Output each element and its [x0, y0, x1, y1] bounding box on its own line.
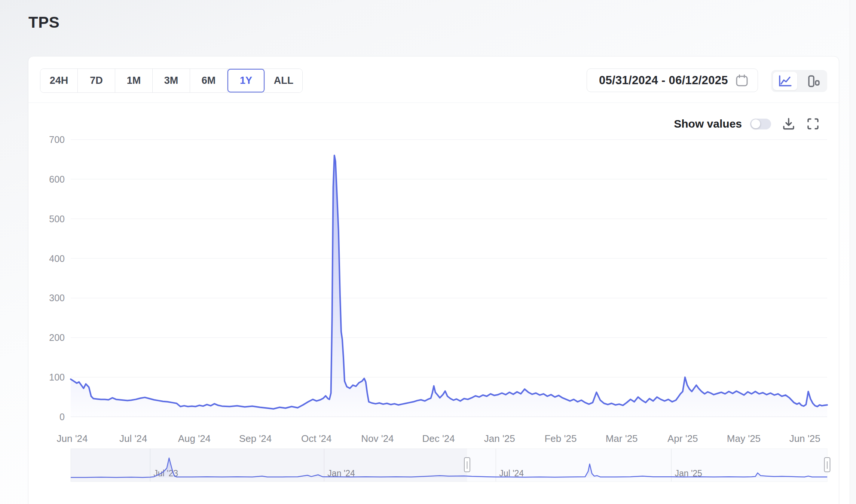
x-axis-label: May '25	[727, 433, 761, 444]
area-fill	[71, 155, 827, 417]
x-axis-label: Aug '24	[178, 433, 211, 444]
y-axis-tick: 700	[49, 134, 65, 145]
x-axis-label: Nov '24	[361, 433, 394, 444]
chart-card: 24H 7D 1M 3M 6M 1Y ALL 05/31/2024 - 06/1…	[28, 56, 839, 504]
chart-type-line-button[interactable]	[773, 72, 797, 90]
x-axis-label: Jun '24	[57, 433, 88, 444]
range-button-3m[interactable]: 3M	[153, 69, 190, 92]
y-axis-tick: 300	[49, 293, 65, 303]
range-button-6m[interactable]: 6M	[190, 69, 227, 92]
y-axis-tick: 200	[49, 332, 65, 343]
y-axis-tick: 0	[59, 412, 65, 422]
range-button-all[interactable]: ALL	[265, 69, 302, 92]
y-axis-tick: 100	[49, 372, 65, 382]
range-button-24h[interactable]: 24H	[40, 69, 78, 92]
x-axis-label: Dec '24	[422, 433, 455, 444]
scrollbar[interactable]	[850, 0, 856, 504]
x-axis-label: Mar '25	[606, 433, 638, 444]
x-axis-label: Jan '25	[484, 433, 515, 444]
chart-canvas[interactable]: 0100200300400500600700Jun '24Jul '24Aug …	[30, 109, 838, 504]
y-axis-tick: 600	[49, 174, 65, 184]
range-button-1m[interactable]: 1M	[115, 69, 153, 92]
chart-controls-row: 24H 7D 1M 3M 6M 1Y ALL 05/31/2024 - 06/1…	[28, 56, 839, 103]
date-range-value: 05/31/2024 - 06/12/2025	[599, 74, 728, 87]
header-divider	[28, 103, 839, 103]
line-chart-icon	[778, 75, 792, 88]
brush-handle-left[interactable]	[464, 458, 470, 472]
navigator-unselected-region	[71, 449, 467, 482]
y-axis-tick: 500	[49, 214, 65, 224]
tps-line-series	[71, 155, 827, 409]
navigator[interactable]: Jul '23Jan '24Jul '24Jan '25	[71, 449, 830, 482]
x-axis-label: Apr '25	[667, 433, 698, 444]
y-axis-tick: 400	[49, 253, 65, 264]
range-button-1y[interactable]: 1Y	[227, 69, 265, 92]
x-axis-label: Sep '24	[239, 433, 272, 444]
range-button-7d[interactable]: 7D	[78, 69, 115, 92]
chart-type-toggle	[771, 70, 827, 92]
x-axis-label: Oct '24	[301, 433, 332, 444]
date-range-picker[interactable]: 05/31/2024 - 06/12/2025	[587, 68, 758, 92]
bar-chart-icon	[806, 74, 821, 88]
x-axis-label: Feb '25	[544, 433, 577, 444]
x-axis-label: Jun '25	[789, 433, 820, 444]
brush-handle-right[interactable]	[825, 458, 830, 472]
time-range-group: 24H 7D 1M 3M 6M 1Y ALL	[40, 68, 303, 93]
x-axis-label: Jul '24	[119, 433, 147, 444]
calendar-icon	[735, 74, 749, 87]
chart-type-bar-button[interactable]	[801, 72, 825, 90]
page-title: TPS	[28, 13, 59, 31]
